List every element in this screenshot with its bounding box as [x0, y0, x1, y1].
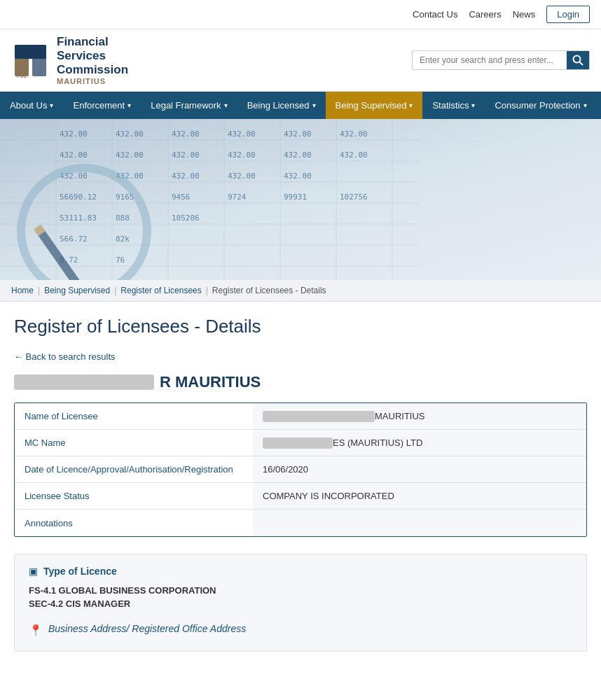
breadcrumb: Home | Being Supervised | Register of Li…: [0, 280, 601, 302]
svg-text:82k: 82k: [116, 234, 130, 244]
svg-text:102756: 102756: [340, 192, 368, 202]
navbar: About Us ▾ Enforcement ▾ Legal Framework…: [0, 92, 601, 119]
svg-text:9724: 9724: [228, 192, 247, 202]
svg-text:432.00: 432.00: [340, 150, 368, 160]
svg-text:432.00: 432.00: [60, 130, 88, 139]
detail-label-name: Name of Licensee: [15, 403, 253, 429]
company-name-visible: R MAURITIUS: [160, 373, 261, 391]
svg-line-6: [580, 62, 583, 66]
svg-point-5: [574, 56, 581, 63]
search-icon: [572, 55, 583, 66]
svg-text:432.00: 432.00: [284, 172, 312, 181]
nav-being-licensed-arrow: ▾: [312, 102, 316, 109]
detail-label-date: Date of Licence/Approval/Authorisation/R…: [15, 456, 253, 482]
svg-text:432.00: 432.00: [340, 130, 368, 139]
name-visible: MAURITIUS: [375, 411, 425, 421]
svg-text:432.00: 432.00: [172, 172, 200, 181]
nav-statistics-arrow: ▾: [471, 102, 475, 109]
svg-text:99931: 99931: [284, 192, 307, 202]
fsc-logo: FSC: [11, 41, 50, 80]
svg-text:432.00: 432.00: [60, 150, 88, 160]
nav-legal-framework[interactable]: Legal Framework ▾: [141, 92, 237, 119]
breadcrumb-being-supervised[interactable]: Being Supervised: [44, 286, 110, 295]
search-input[interactable]: [413, 52, 567, 69]
logo-line2: Services: [57, 49, 128, 63]
breadcrumb-sep3: |: [206, 286, 208, 295]
licence-icon: ▣: [29, 566, 38, 577]
licence-section: ▣ Type of Licence FS-4.1 GLOBAL BUSINESS…: [14, 554, 587, 652]
hero-svg: 432.00 432.00 432.00 432.00 432.00 432.0…: [0, 119, 601, 280]
nav-being-licensed[interactable]: Being Licensed ▾: [237, 92, 326, 119]
detail-value-name: MAURITIUS: [253, 403, 586, 429]
svg-text:432.00: 432.00: [116, 130, 144, 139]
svg-text:76: 76: [116, 255, 125, 265]
breadcrumb-current: Register of Licensees - Details: [212, 286, 326, 295]
hero-visual: 432.00 432.00 432.00 432.00 432.00 432.0…: [0, 119, 601, 280]
contact-us-link[interactable]: Contact Us: [413, 9, 457, 20]
breadcrumb-sep2: |: [114, 286, 116, 295]
logo-area: FSC Financial Services Commission MAURIT…: [11, 35, 128, 85]
nav-about-us-arrow: ▾: [50, 102, 53, 109]
company-name-blurred: [14, 374, 154, 390]
nav-being-supervised[interactable]: Being Supervised ▾: [326, 92, 423, 119]
header: FSC Financial Services Commission MAURIT…: [0, 29, 601, 92]
licence-item-1: FS-4.1 GLOBAL BUSINESS CORPORATION: [29, 585, 572, 596]
nav-consumer-protection[interactable]: Consumer Protection ▾: [485, 92, 596, 119]
detail-label-status: Licensee Status: [15, 483, 253, 509]
news-link[interactable]: News: [513, 9, 536, 20]
breadcrumb-register[interactable]: Register of Licensees: [120, 286, 201, 295]
careers-link[interactable]: Careers: [469, 9, 501, 20]
back-to-search-link[interactable]: ← Back to search results: [14, 351, 116, 362]
hero-banner: 432.00 432.00 432.00 432.00 432.00 432.0…: [0, 119, 601, 280]
detail-value-date: 16/06/2020: [253, 456, 586, 482]
name-blurred: [263, 411, 375, 422]
licence-section-title: Type of Licence: [43, 566, 117, 577]
address-section: 📍 Business Address/ Registered Office Ad…: [29, 620, 572, 640]
svg-text:FSC: FSC: [17, 74, 27, 78]
nav-statistics[interactable]: Statistics ▾: [422, 92, 485, 119]
top-bar-links: Contact Us Careers News Login: [413, 6, 590, 23]
svg-text:53111.83: 53111.83: [60, 214, 97, 223]
svg-text:432.00: 432.00: [172, 130, 200, 139]
svg-text:432.00: 432.00: [228, 130, 256, 139]
search-area: [412, 50, 590, 70]
detail-label-annotations: Annotations: [15, 510, 253, 536]
detail-row-status: Licensee Status COMPANY IS INCORPORATED: [15, 483, 586, 510]
details-card: Name of Licensee MAURITIUS MC Name ES (M…: [14, 402, 587, 537]
svg-text:432.00: 432.00: [284, 150, 312, 160]
svg-text:432.00: 432.00: [116, 150, 144, 160]
business-address-link[interactable]: Business Address/ Registered Office Addr…: [48, 623, 246, 634]
page-title: Register of Licensees - Details: [14, 316, 587, 337]
svg-text:432.00: 432.00: [228, 150, 256, 160]
nav-media-corner[interactable]: Media Corner ▾: [597, 92, 601, 119]
nav-enforcement[interactable]: Enforcement ▾: [63, 92, 141, 119]
header-right: [412, 50, 590, 70]
detail-label-mc: MC Name: [15, 430, 253, 456]
detail-row-name: Name of Licensee MAURITIUS: [15, 403, 586, 430]
logo-line3: Commission: [57, 63, 128, 77]
mc-blurred: [263, 438, 333, 449]
svg-text:56690.12: 56690.12: [60, 192, 97, 202]
svg-text:432.00: 432.00: [284, 130, 312, 139]
nav-about-us[interactable]: About Us ▾: [0, 92, 63, 119]
company-name-header: R MAURITIUS: [14, 373, 587, 391]
nav-enforcement-arrow: ▾: [127, 102, 131, 109]
svg-text:888: 888: [116, 214, 130, 223]
logo-line1: Financial: [57, 35, 128, 49]
svg-text:9456: 9456: [172, 192, 191, 202]
nav-being-supervised-arrow: ▾: [409, 102, 413, 109]
nav-consumer-protection-arrow: ▾: [583, 102, 587, 109]
logo-line4: MAURITIUS: [57, 77, 128, 85]
detail-row-mc: MC Name ES (MAURITIUS) LTD: [15, 430, 586, 456]
main-content: Register of Licensees - Details ← Back t…: [0, 302, 601, 677]
breadcrumb-home[interactable]: Home: [11, 286, 34, 295]
detail-value-mc: ES (MAURITIUS) LTD: [253, 430, 586, 456]
svg-text:432.00: 432.00: [228, 172, 256, 181]
svg-text:432.00: 432.00: [172, 150, 200, 160]
logo-text: Financial Services Commission MAURITIUS: [57, 35, 128, 85]
address-pin-icon: 📍: [29, 624, 43, 637]
detail-value-status: COMPANY IS INCORPORATED: [253, 483, 586, 509]
detail-row-annotations: Annotations: [15, 510, 586, 536]
search-button[interactable]: [567, 51, 589, 69]
login-button[interactable]: Login: [546, 6, 590, 23]
